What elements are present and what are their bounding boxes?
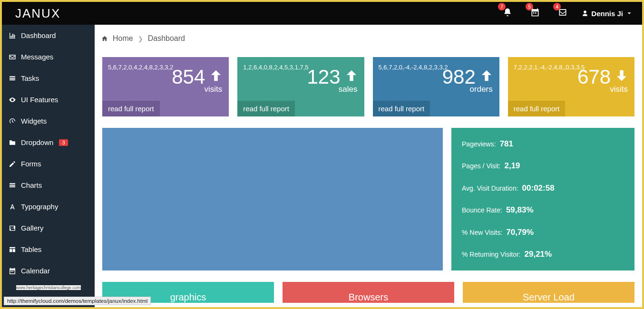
stat-value: 854 [172, 66, 205, 88]
arrow-up-icon [479, 68, 494, 85]
stat-value: 123 [307, 66, 340, 88]
middle-row: Pageviews: 781Pages / Visit: 2,19Avg. Vi… [102, 128, 634, 270]
breadcrumb: Home ❯ Dashboard [101, 34, 634, 43]
sidebar-item-label: Forms [21, 160, 41, 168]
sidebar-item-forms[interactable]: Forms [2, 153, 95, 174]
main-chart-placeholder [102, 128, 443, 270]
table-icon [9, 246, 16, 253]
stat-row: 5,6,7,2,0,4,2,4,8,2,3,3,2 854 visits rea… [102, 57, 634, 116]
metric-line: % New Visits: 70,79% [462, 228, 624, 237]
sidebar-item-label: Messages [21, 53, 53, 61]
bottom-card-title: graphics [170, 292, 206, 303]
stat-value: 678 [577, 66, 611, 88]
header-icon-group: 7 5 4 [503, 8, 582, 19]
read-report-link[interactable]: read full report [237, 101, 295, 116]
bottom-row: graphicsBrowsersServer Load [102, 282, 634, 303]
bottom-card-browsers[interactable]: Browsers [283, 282, 454, 303]
calendar-icon [9, 267, 16, 275]
dashboard-icon [9, 117, 16, 125]
metric-line: % Returning Visitor: 29,21% [462, 250, 624, 259]
sidebar-item-ui-features[interactable]: UI Features [2, 89, 95, 110]
metric-value: 2,19 [504, 161, 520, 171]
edit-icon [9, 160, 16, 168]
home-icon [101, 35, 108, 42]
stat-card-visits-3: 7,2,2,2,1,-4,-2,4,8,,0,3,3,5 678 visits … [508, 57, 634, 116]
sidebar-item-gallery[interactable]: Gallery [2, 217, 95, 239]
brand-logo[interactable]: JANUX [2, 6, 74, 21]
sidebar: DashboardMessagesTasksUI FeaturesWidgets… [2, 25, 95, 307]
top-header: JANUX 7 5 4 Dennis Ji [2, 2, 642, 25]
sidebar-item-typography[interactable]: Typography [2, 196, 95, 217]
sidebar-item-calendar[interactable]: Calendar [2, 260, 95, 281]
metric-value: 29,21% [525, 250, 552, 259]
sparkline-values: 5,6,7,2,0,4,2,4,8,2,3,3,2 [108, 64, 223, 71]
arrow-up-icon [209, 68, 223, 85]
content-area: Home ❯ Dashboard 5,6,7,2,0,4,2,4,8,2,3,3… [95, 25, 642, 307]
sidebar-item-messages[interactable]: Messages [2, 46, 95, 68]
metric-label: Avg. Visit Duration: [462, 184, 518, 192]
sidebar-item-dashboard[interactable]: Dashboard [2, 25, 95, 46]
sidebar-badge: 3 [59, 139, 68, 146]
user-menu[interactable]: Dennis Ji [582, 10, 642, 18]
metric-value: 59,83% [506, 205, 534, 215]
sidebar-item-tables[interactable]: Tables [2, 239, 95, 260]
browser-status-bar: http://themifycloud.com/demos/templates/… [4, 297, 151, 305]
stat-card-sales-1: 1,2,6,4,0,8,2,4,5,3,1,7,5 123 sales read… [237, 57, 364, 116]
notifications-bell[interactable]: 7 [503, 8, 512, 19]
metric-value: 781 [500, 139, 513, 149]
read-report-link[interactable]: read full report [102, 101, 160, 116]
caret-down-icon [626, 10, 633, 17]
sidebar-item-tasks[interactable]: Tasks [2, 68, 95, 89]
stat-label: sales [339, 85, 358, 94]
stat-label: visits [610, 85, 628, 94]
folder-icon [9, 139, 16, 146]
sidebar-item-dropdown[interactable]: Dropdown3 [2, 132, 95, 153]
sparkline-values: 7,2,2,2,1,-4,-2,4,8,,0,3,3,5 [514, 64, 629, 71]
sidebar-item-label: UI Features [21, 96, 58, 104]
metric-value: 00:02:58 [522, 183, 555, 193]
sidebar-item-label: Dropdown [21, 138, 53, 146]
sidebar-item-widgets[interactable]: Widgets [2, 110, 95, 132]
breadcrumb-current: Dashboard [148, 34, 185, 43]
metric-label: % Returning Visitor: [462, 251, 520, 258]
bottom-card-server-load[interactable]: Server Load [463, 282, 634, 303]
sidebar-item-label: Typography [21, 203, 58, 211]
stat-label: orders [470, 85, 493, 94]
metric-label: Pages / Visit: [462, 162, 500, 170]
sidebar-item-label: Charts [21, 181, 42, 189]
metric-line: Bounce Rate: 59,83% [462, 205, 624, 215]
read-report-link[interactable]: read full report [508, 101, 566, 116]
metric-value: 70,79% [506, 228, 534, 237]
chevron-right-icon: ❯ [138, 35, 143, 42]
bar-chart-icon [9, 32, 16, 39]
stat-label: visits [204, 85, 222, 94]
sidebar-item-label: Calendar [21, 267, 50, 275]
metrics-panel: Pageviews: 781Pages / Visit: 2,19Avg. Vi… [451, 128, 634, 270]
eye-icon [9, 96, 16, 104]
arrow-up-icon [344, 68, 359, 85]
metric-line: Pages / Visit: 2,19 [462, 161, 624, 171]
sidebar-item-charts[interactable]: Charts [2, 174, 95, 196]
metric-label: Pageviews: [462, 140, 496, 148]
arrow-down-icon [615, 68, 629, 85]
bottom-card-title: Browsers [349, 292, 388, 303]
sidebar-item-label: Tasks [21, 74, 39, 82]
list-alt-icon [9, 182, 16, 189]
sidebar-item-label: Gallery [21, 224, 44, 232]
list-icon [9, 75, 16, 82]
metric-line: Avg. Visit Duration: 00:02:58 [462, 183, 624, 193]
stat-card-orders-2: 5,6,7,2,0,-4,-2,4,8,2,3,3,2 982 orders r… [373, 57, 499, 116]
sidebar-item-label: Dashboard [21, 31, 56, 39]
sparkline-values: 1,2,6,4,0,8,2,4,5,3,1,7,5 [243, 64, 358, 71]
breadcrumb-home[interactable]: Home [113, 34, 133, 43]
stat-card-visits-0: 5,6,7,2,0,4,2,4,8,2,3,3,2 854 visits rea… [102, 57, 229, 116]
image-icon [9, 224, 16, 232]
metric-label: % New Visits: [462, 229, 502, 236]
credit-text: www.heritagechristiancollege.com [16, 285, 81, 290]
notifications-inbox[interactable]: 4 [558, 8, 567, 19]
font-icon [9, 203, 16, 211]
read-report-link[interactable]: read full report [373, 101, 430, 116]
notifications-calendar[interactable]: 5 [530, 8, 540, 19]
user-name: Dennis Ji [591, 10, 623, 18]
user-icon [582, 10, 588, 17]
